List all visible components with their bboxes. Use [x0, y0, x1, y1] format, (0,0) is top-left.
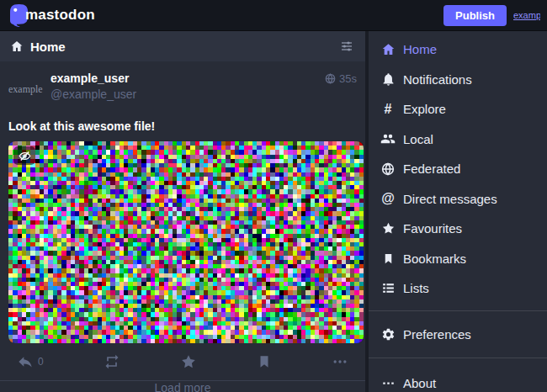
- main-layout: Home example example_user @example_user: [0, 31, 547, 392]
- reply-button[interactable]: [17, 353, 34, 370]
- sidebar-item-label: Preferences: [403, 327, 471, 342]
- status-action-bar: 0: [8, 343, 357, 380]
- bookmark-icon: [379, 252, 397, 265]
- star-icon: [379, 221, 397, 236]
- status: example example_user @example_user 35s: [0, 61, 365, 381]
- status-header: example example_user @example_user 35s: [8, 70, 357, 109]
- home-column: Home example example_user @example_user: [0, 31, 369, 392]
- status-content: Look at this awesome file!: [8, 119, 357, 133]
- sidebar-item-label: Home: [403, 42, 437, 56]
- display-name[interactable]: example_user: [50, 72, 325, 85]
- eye-slash-icon: [19, 150, 31, 162]
- navigation-sidebar: Home Notifications # Explore Local Feder…: [369, 31, 547, 392]
- users-icon: [379, 131, 397, 146]
- bell-icon: [379, 72, 397, 87]
- sidebar-item-label: Lists: [403, 281, 429, 295]
- sidebar-item-preferences[interactable]: Preferences: [369, 320, 547, 350]
- publish-button[interactable]: Publish: [443, 5, 507, 26]
- sidebar-item-bookmarks[interactable]: Bookmarks: [369, 244, 547, 274]
- media-attachment[interactable]: [8, 141, 364, 343]
- sidebar-item-about[interactable]: About: [369, 368, 547, 392]
- column-header[interactable]: Home: [0, 31, 365, 61]
- home-icon: [10, 40, 24, 53]
- account-link[interactable]: examp: [513, 10, 540, 20]
- sidebar-item-label: Federated: [403, 162, 460, 176]
- hashtag-icon: #: [379, 103, 397, 116]
- bookmark-button[interactable]: [257, 354, 272, 369]
- brand-wordmark: mastodon: [25, 7, 95, 24]
- timestamp: 35s: [339, 72, 357, 85]
- sidebar-item-label: Notifications: [403, 72, 472, 87]
- ellipsis-icon: [379, 377, 397, 389]
- sidebar-item-label: Local: [403, 132, 433, 146]
- sidebar-item-local[interactable]: Local: [369, 124, 547, 155]
- sidebar-item-label: Direct messages: [403, 192, 497, 206]
- sidebar-item-label: Explore: [403, 102, 446, 116]
- sidebar-spacer: [369, 304, 547, 310]
- sidebar-section-preferences: Preferences: [369, 310, 547, 358]
- topbar-right: Publish examp: [443, 5, 540, 26]
- favourite-button[interactable]: [180, 353, 197, 370]
- mastodon-logo[interactable]: mastodon: [8, 3, 95, 27]
- globe-icon: [379, 162, 397, 176]
- account-handle: @example_user: [50, 87, 325, 101]
- reply-group: 0: [17, 353, 44, 370]
- sidebar-item-lists[interactable]: Lists: [369, 273, 547, 304]
- globe-icon: [325, 73, 336, 84]
- name-block: example_user @example_user: [50, 70, 325, 101]
- avatar[interactable]: example: [8, 70, 47, 109]
- hide-media-button[interactable]: [13, 146, 35, 165]
- boost-button[interactable]: [104, 353, 120, 370]
- sidebar-item-federated[interactable]: Federated: [369, 154, 547, 184]
- sidebar-item-favourites[interactable]: Favourites: [369, 214, 547, 244]
- load-more-button[interactable]: Load more: [0, 381, 365, 392]
- sidebar-item-direct-messages[interactable]: @ Direct messages: [369, 184, 547, 215]
- sidebar-item-label: About: [403, 376, 436, 390]
- column-settings-button[interactable]: [338, 38, 355, 55]
- list-icon: [379, 281, 397, 295]
- attachment-image[interactable]: [8, 141, 364, 343]
- sidebar-item-notifications[interactable]: Notifications: [369, 65, 547, 95]
- gear-icon: [379, 327, 397, 342]
- column-title: Home: [30, 40, 338, 54]
- sidebar-item-label: Bookmarks: [403, 252, 466, 266]
- top-bar: mastodon Publish examp: [0, 0, 547, 31]
- sidebar-item-label: Favourites: [403, 221, 462, 236]
- at-icon: @: [379, 192, 397, 205]
- reply-count: 0: [38, 356, 44, 368]
- sidebar-item-home[interactable]: Home: [369, 34, 547, 65]
- timeline: example example_user @example_user 35s: [0, 61, 365, 392]
- timestamp-link[interactable]: 35s: [325, 70, 357, 85]
- home-icon: [379, 42, 397, 56]
- more-button[interactable]: [332, 353, 348, 370]
- sidebar-item-explore[interactable]: # Explore: [369, 94, 547, 124]
- sidebar-section-about: About: [369, 358, 547, 392]
